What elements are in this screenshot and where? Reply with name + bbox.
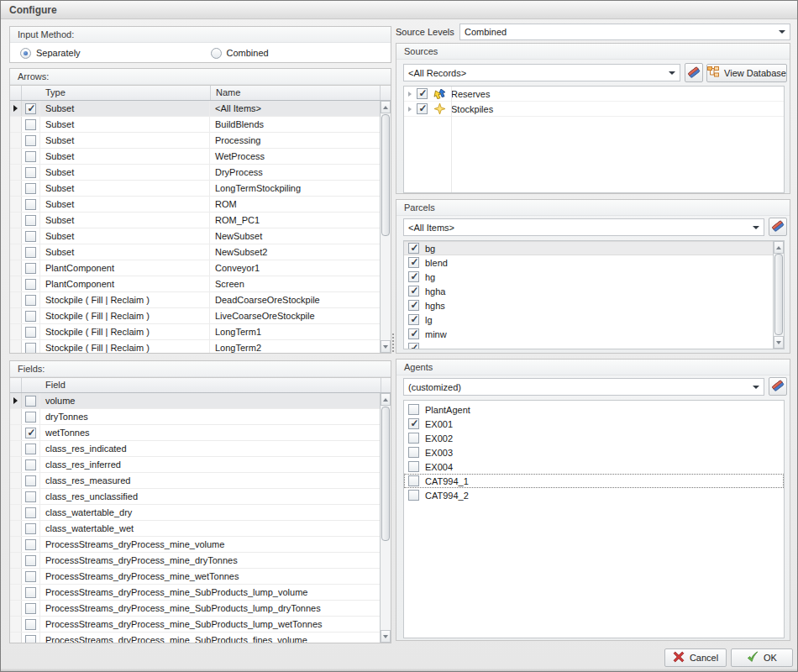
table-row[interactable]: volume <box>10 393 380 409</box>
scroll-up-icon[interactable] <box>774 241 784 254</box>
checkbox-icon[interactable] <box>417 103 428 114</box>
row-checkbox-cell[interactable] <box>22 260 40 276</box>
row-checkbox-cell[interactable] <box>22 324 40 339</box>
list-item[interactable] <box>404 341 773 349</box>
row-checkbox-cell[interactable] <box>22 292 40 307</box>
agents-filter-combo[interactable]: (customized) <box>403 378 764 396</box>
table-row[interactable]: SubsetROM_PC1 <box>10 213 380 228</box>
table-row[interactable]: class_res_unclassified <box>10 489 380 505</box>
row-checkbox-cell[interactable] <box>22 473 40 488</box>
row-checkbox-cell[interactable] <box>22 617 40 632</box>
row-checkbox-cell[interactable] <box>22 537 40 552</box>
row-checkbox-cell[interactable] <box>22 181 40 196</box>
list-item[interactable]: EX003 <box>404 445 784 459</box>
row-checkbox-cell[interactable] <box>22 489 40 504</box>
table-row[interactable]: ProcessStreams_dryProcess_mine_wetTonnes <box>10 569 380 585</box>
scroll-down-icon[interactable] <box>774 336 784 349</box>
row-checkbox-cell[interactable] <box>22 553 40 568</box>
list-item[interactable]: bg <box>404 241 773 255</box>
checkbox-icon[interactable] <box>408 257 419 268</box>
fields-scrollbar[interactable] <box>380 393 391 643</box>
table-row[interactable]: ProcessStreams_dryProcess_mine_volume <box>10 537 380 553</box>
table-row[interactable]: ProcessStreams_dryProcess_mine_SubProduc… <box>10 617 380 633</box>
checkbox-icon[interactable] <box>408 343 419 349</box>
table-row[interactable]: ProcessStreams_dryProcess_mine_dryTonnes <box>10 553 380 569</box>
name-column-header[interactable]: Name <box>211 86 381 100</box>
scroll-down-icon[interactable] <box>381 630 391 643</box>
table-row[interactable]: SubsetDryProcess <box>10 165 380 181</box>
checkbox-icon[interactable] <box>408 314 419 325</box>
scroll-down-icon[interactable] <box>381 340 391 353</box>
table-row[interactable]: class_watertable_dry <box>10 505 380 521</box>
table-row[interactable]: dryTonnes <box>10 409 380 425</box>
checkbox-icon[interactable] <box>408 475 419 486</box>
row-checkbox-cell[interactable] <box>22 197 40 212</box>
type-column-header[interactable]: Type <box>22 86 211 100</box>
list-item[interactable]: CAT994_1 <box>404 474 784 488</box>
table-row[interactable]: Stockpile ( Fill | Reclaim )LongTerm1 <box>10 324 380 340</box>
table-row[interactable]: PlantComponentScreen <box>10 276 380 292</box>
tree-row[interactable]: Stockpiles <box>404 102 784 117</box>
checkbox-icon[interactable] <box>408 404 419 415</box>
row-checkbox-cell[interactable] <box>22 149 40 164</box>
table-row[interactable]: PlantComponentConveyor1 <box>10 260 380 276</box>
expand-arrow-icon[interactable] <box>408 92 412 97</box>
field-column-header[interactable]: Field <box>22 378 381 392</box>
table-row[interactable]: wetTonnes <box>10 425 380 441</box>
list-item[interactable]: blend <box>404 255 773 270</box>
table-row[interactable]: class_res_measured <box>10 473 380 489</box>
radio-option-combined[interactable]: Combined <box>201 48 391 59</box>
table-row[interactable]: SubsetProcessing <box>10 133 380 149</box>
scrollbar-thumb[interactable] <box>381 407 390 541</box>
row-checkbox-cell[interactable] <box>22 505 40 520</box>
list-item[interactable]: EX004 <box>404 459 784 474</box>
checkbox-icon[interactable] <box>408 243 419 254</box>
row-checkbox-cell[interactable] <box>22 601 40 616</box>
table-row[interactable]: Stockpile ( Fill | Reclaim )LiveCoarseOr… <box>10 308 380 324</box>
parcels-clear-filter-button[interactable] <box>769 218 787 236</box>
checkbox-icon[interactable] <box>417 88 428 99</box>
checkbox-icon[interactable] <box>408 490 419 501</box>
parcels-scrollbar[interactable] <box>773 241 784 349</box>
scrollbar-thumb[interactable] <box>774 254 783 335</box>
row-checkbox-cell[interactable] <box>22 340 40 353</box>
checkbox-icon[interactable] <box>408 433 419 444</box>
row-checkbox-cell[interactable] <box>22 457 40 472</box>
list-item[interactable]: lg <box>404 312 773 327</box>
checkbox-icon[interactable] <box>408 328 419 339</box>
list-item[interactable]: PlantAgent <box>404 402 784 417</box>
table-row[interactable]: SubsetWetProcess <box>10 149 380 165</box>
row-checkbox-cell[interactable] <box>22 425 40 440</box>
list-item[interactable]: hg <box>404 270 773 284</box>
row-checkbox-cell[interactable] <box>22 101 40 116</box>
table-row[interactable]: class_watertable_wet <box>10 521 380 537</box>
scrollbar-thumb[interactable] <box>381 114 390 236</box>
table-row[interactable]: SubsetBuildBlends <box>10 117 380 133</box>
row-checkbox-cell[interactable] <box>22 409 40 424</box>
tree-row[interactable]: Reserves <box>404 87 784 102</box>
expand-arrow-icon[interactable] <box>408 107 412 112</box>
table-row[interactable]: Stockpile ( Fill | Reclaim )DeadCoarseOr… <box>10 292 380 308</box>
cancel-button[interactable]: Cancel <box>664 648 727 667</box>
checkbox-icon[interactable] <box>408 300 419 311</box>
pane-splitter-grip[interactable] <box>392 333 395 352</box>
table-row[interactable]: ProcessStreams_dryProcess_mine_SubProduc… <box>10 633 380 643</box>
sources-clear-filter-button[interactable] <box>685 63 703 82</box>
row-checkbox-cell[interactable] <box>22 133 40 148</box>
scroll-up-icon[interactable] <box>381 393 391 406</box>
row-checkbox-cell[interactable] <box>22 276 40 291</box>
row-checkbox-cell[interactable] <box>22 393 40 408</box>
checkbox-icon[interactable] <box>408 447 419 458</box>
agents-clear-filter-button[interactable] <box>769 377 787 396</box>
table-row[interactable]: ProcessStreams_dryProcess_mine_SubProduc… <box>10 585 380 601</box>
source-levels-combo[interactable]: Combined <box>459 24 790 40</box>
table-row[interactable]: Subset<All Items> <box>10 101 380 117</box>
list-item[interactable]: hghs <box>404 298 773 312</box>
table-row[interactable]: ProcessStreams_dryProcess_mine_SubProduc… <box>10 601 380 617</box>
row-checkbox-cell[interactable] <box>22 585 40 600</box>
arrows-scrollbar[interactable] <box>380 101 391 353</box>
row-checkbox-cell[interactable] <box>22 213 40 228</box>
row-checkbox-cell[interactable] <box>22 117 40 132</box>
list-item[interactable]: hgha <box>404 284 773 298</box>
scroll-up-icon[interactable] <box>381 101 391 113</box>
